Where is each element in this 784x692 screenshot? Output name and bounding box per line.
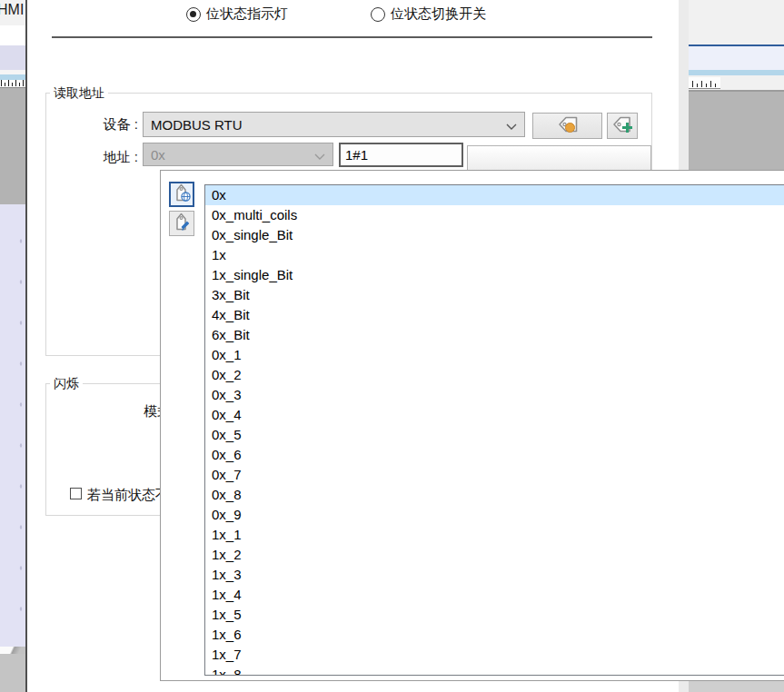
tag-orange-dot-icon xyxy=(557,114,579,139)
left-canvas-margin xyxy=(0,88,25,204)
right-window-toolbar-band xyxy=(689,46,784,70)
radio-bit-toggle-switch[interactable]: 位状态切换开关 xyxy=(371,5,486,23)
right-horizontal-ruler xyxy=(689,77,720,89)
address-type-option[interactable]: 0x_8 xyxy=(205,485,784,505)
address-type-option[interactable]: 0x xyxy=(205,185,784,205)
tag-plus-icon xyxy=(611,114,633,139)
blink-group-title: 闪烁 xyxy=(50,376,83,392)
chevron-down-icon xyxy=(506,117,517,133)
left-window-title: HMI xyxy=(0,2,24,18)
radio-unselected-icon xyxy=(371,7,385,22)
address-type-option[interactable]: 1x_single_Bit xyxy=(205,265,784,285)
address-type-option[interactable]: 1x_8 xyxy=(205,665,784,676)
address-type-combobox[interactable]: 0x xyxy=(143,143,333,166)
address-type-option[interactable]: 1x_4 xyxy=(205,585,784,605)
address-value-input[interactable] xyxy=(339,143,463,167)
tag-edit-button[interactable] xyxy=(169,211,194,236)
address-extra-field[interactable] xyxy=(467,145,651,173)
address-type-option[interactable]: 0x_single_Bit xyxy=(205,225,784,245)
address-type-option[interactable]: 1x_2 xyxy=(205,545,784,565)
radio-selected-icon xyxy=(186,7,201,22)
left-window-header: HMI xyxy=(0,0,25,25)
radio-bit-lamp-label: 位状态指示灯 xyxy=(206,5,288,23)
left-window-band xyxy=(0,25,25,45)
device-tag-library-button[interactable] xyxy=(532,113,602,139)
address-type-option[interactable]: 3x_Bit xyxy=(205,285,784,305)
address-type-option[interactable]: 0x_3 xyxy=(205,385,784,405)
address-dropdown-popup: 0x0x_multi_coils0x_single_Bit1x1x_single… xyxy=(160,170,784,681)
address-type-listbox[interactable]: 0x0x_multi_coils0x_single_Bit1x1x_single… xyxy=(204,184,784,676)
left-canvas-grid xyxy=(0,204,25,647)
blink-condition-checkbox[interactable] xyxy=(70,488,82,499)
device-combobox[interactable]: MODBUS RTU xyxy=(143,112,525,137)
read-address-group-title: 读取地址 xyxy=(50,85,108,102)
address-type-option[interactable]: 1x_6 xyxy=(205,625,784,645)
address-type-option[interactable]: 1x_5 xyxy=(205,605,784,625)
right-canvas-bottom xyxy=(689,681,784,692)
screen: HMI 位状态指示灯 位状态切换开关 xyxy=(0,0,784,692)
chevron-down-icon xyxy=(314,147,325,163)
radio-bit-toggle-switch-label: 位状态切换开关 xyxy=(391,5,486,23)
tag-edit-icon xyxy=(171,211,193,236)
address-type-option[interactable]: 4x_Bit xyxy=(205,305,784,325)
address-type-option[interactable]: 0x_6 xyxy=(205,445,784,465)
address-type-option[interactable]: 0x_7 xyxy=(205,465,784,485)
device-tag-add-button[interactable] xyxy=(607,113,638,139)
address-type-option[interactable]: 6x_Bit xyxy=(205,325,784,345)
left-horizontal-ruler xyxy=(0,80,25,88)
right-window-header xyxy=(689,0,784,44)
address-type-option[interactable]: 0x_4 xyxy=(205,405,784,425)
tag-general-address-button[interactable] xyxy=(169,182,194,207)
address-type-option[interactable]: 0x_multi_coils xyxy=(205,205,784,225)
address-type-option[interactable]: 1x xyxy=(205,245,784,265)
address-type-option[interactable]: 0x_2 xyxy=(205,365,784,385)
radio-bit-lamp[interactable]: 位状态指示灯 xyxy=(186,5,288,23)
left-canvas-shadow xyxy=(0,654,25,692)
address-type-option[interactable]: 0x_9 xyxy=(205,505,784,525)
tag-globe-icon xyxy=(171,182,193,207)
device-combobox-value: MODBUS RTU xyxy=(151,117,506,133)
blink-condition-checkbox-label: 若当前状态不 xyxy=(87,487,169,504)
address-type-option[interactable]: 1x_3 xyxy=(205,565,784,585)
address-label: 地址 : xyxy=(82,149,138,166)
device-label: 设备 : xyxy=(82,116,138,133)
address-type-option[interactable]: 0x_5 xyxy=(205,425,784,445)
left-window-toolbar-band xyxy=(0,45,25,70)
address-type-combobox-value: 0x xyxy=(151,147,314,163)
section-divider xyxy=(52,36,652,38)
left-canvas-page-fold xyxy=(0,647,25,654)
address-type-option[interactable]: 0x_1 xyxy=(205,345,784,365)
address-type-option[interactable]: 1x_1 xyxy=(205,525,784,545)
address-type-option[interactable]: 1x_7 xyxy=(205,645,784,665)
